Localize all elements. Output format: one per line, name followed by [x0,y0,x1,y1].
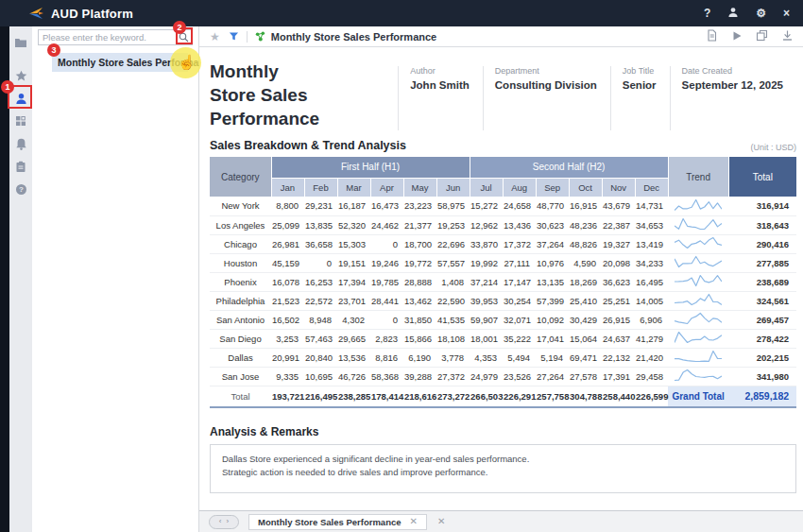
close-all-tabs-icon[interactable]: ✕ [437,517,445,526]
value-cell: 33,870 [470,234,503,253]
value-cell: 26,981 [271,234,304,253]
run-icon[interactable] [731,28,743,45]
remark-line: Strategic action is needed to drive sale… [222,466,784,479]
value-cell: 10,695 [304,367,337,386]
value-cell: 22,132 [602,348,635,367]
column-total-cell: 216,495 [304,386,337,407]
row-total-cell: 269,457 [728,310,796,329]
value-cell: 32,071 [503,310,536,329]
tree-item-monthly-store-sales-performance[interactable]: Monthly Store Sales Performance [52,53,188,72]
value-cell: 14,005 [635,291,668,310]
search-input[interactable] [39,32,176,43]
value-cell: 15,303 [337,234,370,253]
download-icon[interactable] [781,28,794,45]
value-cell: 10,976 [536,253,569,272]
value-cell: 17,372 [503,234,536,253]
value-cell: 58,368 [370,367,403,386]
toolbar-separator [247,31,248,43]
value-cell: 18,001 [470,329,503,348]
value-cell: 6,906 [635,310,668,329]
copy-icon[interactable] [756,28,768,45]
table-row: San Jose9,33510,69546,72658,36839,28827,… [210,367,796,386]
trend-sparkline [668,215,728,234]
month-header: Dec [635,178,668,197]
total-label-cell: Total [210,386,271,407]
report-page-title: Monthly Store Sales Performance [210,60,398,130]
document-icon[interactable] [706,28,718,45]
chevron-right-icon[interactable]: › [227,518,230,525]
value-cell: 58,975 [436,197,470,215]
tab-close-icon[interactable]: ✕ [410,517,418,526]
row-total-cell: 238,689 [728,272,796,291]
logo-arrow-icon [28,7,44,20]
toolbar-report-title: Monthly Store Sales Performance [271,31,436,43]
trend-sparkline [668,272,728,291]
value-cell: 19,992 [470,253,503,272]
table-row: San Diego3,25357,46329,6652,82315,86618,… [210,329,796,348]
category-cell: Dallas [210,348,271,367]
value-cell: 37,264 [536,234,569,253]
tab-monthly-store-sales-performance[interactable]: Monthly Store Sales Performance ✕ [248,514,427,530]
chevron-left-icon[interactable]: ‹ [219,518,222,525]
total-row: Total193,721216,495238,285178,414218,616… [210,386,796,407]
main-area: ★ Monthly Store Sales Performance [199,26,803,532]
remarks-box: Dallas Store experienced a significant d… [210,444,796,493]
value-cell: 0 [304,253,337,272]
column-total-cell: 226,599 [635,386,668,407]
month-header: Feb [304,178,337,197]
close-icon[interactable]: × [783,8,790,19]
tab-nav-buttons[interactable]: ‹ › [209,515,239,529]
value-cell: 13,536 [337,348,370,367]
value-cell: 2,823 [370,329,403,348]
meta-date-created: Date Created September 12, 2025 [670,66,783,130]
value-cell: 48,236 [569,215,602,234]
value-cell: 23,526 [503,367,536,386]
filter-funnel-icon[interactable] [229,31,239,42]
grand-total-label: Grand Total [668,386,728,407]
total-header: Total [728,157,796,197]
sidebar-item-help[interactable]: ? [9,178,32,200]
help-icon[interactable]: ? [704,8,710,19]
value-cell: 39,288 [403,367,436,386]
month-header: Jan [271,178,304,197]
user-icon[interactable] [727,7,739,20]
row-total-cell: 202,215 [728,348,796,367]
favorite-star-icon[interactable]: ★ [210,31,220,43]
value-cell: 45,159 [271,253,304,272]
meta-value: September 12, 2025 [682,79,783,91]
row-total-cell: 324,561 [728,291,796,310]
tree-panel: Monthly Store Sales Performance [32,26,199,532]
column-total-cell: 304,788 [569,386,602,407]
table-row: Philadelphia21,52322,57223,70128,44113,4… [210,291,796,310]
value-cell: 15,272 [470,197,503,215]
trend-sparkline [668,253,728,272]
sidebar-item-dashboard[interactable] [9,110,32,132]
sales-table: Category First Half (H1) Second Half (H2… [210,157,796,408]
sidebar-item-notifications[interactable] [9,132,32,155]
meta-job-title: Job Title Senior [610,66,657,130]
value-cell: 28,888 [403,272,436,291]
value-cell: 22,590 [436,291,470,310]
value-cell: 19,246 [370,253,403,272]
table-row: Los Angeles25,09913,83552,32024,46221,37… [210,215,796,234]
value-cell: 3,778 [436,348,470,367]
sidebar-item-folder[interactable] [9,31,32,54]
value-cell: 3,253 [271,329,304,348]
category-cell: Phoenix [210,272,271,291]
value-cell: 20,840 [304,348,337,367]
month-header: Apr [370,178,403,197]
svg-text:?: ? [19,185,24,194]
month-header: Aug [503,178,536,197]
value-cell: 5,194 [536,348,569,367]
value-cell: 25,410 [569,291,602,310]
sidebar-item-clipboard[interactable] [9,155,32,178]
category-cell: Chicago [210,234,271,253]
value-cell: 43,679 [602,197,635,215]
meta-author: Author John Smith [398,66,470,130]
value-cell: 4,353 [470,348,503,367]
value-cell: 21,377 [403,215,436,234]
value-cell: 10,092 [536,310,569,329]
value-cell: 29,665 [337,329,370,348]
settings-icon[interactable]: ⚙ [756,8,766,19]
trend-sparkline [668,348,728,367]
